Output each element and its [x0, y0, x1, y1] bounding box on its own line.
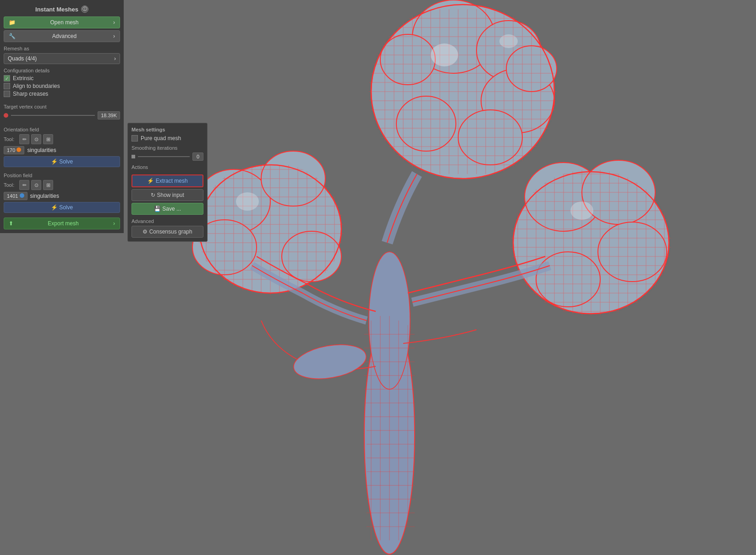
extract-mesh-button[interactable]: ⚡ Extract mesh	[131, 174, 203, 187]
open-mesh-chevron: ›	[113, 19, 115, 26]
position-solve-button[interactable]: ⚡ Solve	[4, 202, 120, 213]
save-button[interactable]: 💾 Save ...	[131, 203, 203, 215]
position-singularities-row: 1401 singularities	[4, 192, 120, 200]
smooth-slider-dot	[131, 155, 135, 158]
target-vertex-value[interactable]: 18.39K	[98, 111, 120, 120]
remesh-as-dropdown[interactable]: Quads (4/4) ›	[4, 53, 120, 64]
show-input-label: ↻ Show input	[151, 192, 184, 198]
align-boundaries-row[interactable]: Align to boundaries	[4, 83, 120, 89]
orient-extra-tool[interactable]: ⊞	[43, 134, 53, 144]
extrinsic-checkbox[interactable]: ✓	[4, 75, 10, 82]
save-label: 💾 Save ...	[154, 206, 181, 212]
config-section: Configuration details ✓ Extrinsic Align …	[4, 68, 120, 98]
position-section: Position field Tool: ✏ ⊙ ⊞ 1401 singular…	[4, 171, 120, 213]
consensus-graph-button[interactable]: ⚙ Consensus graph	[131, 226, 203, 238]
orient-select-tool[interactable]: ⊙	[31, 134, 41, 144]
extrinsic-label: Extrinsic	[13, 75, 33, 82]
orient-brush-tool[interactable]: ✏	[19, 134, 29, 144]
advanced-chevron: ›	[113, 33, 115, 39]
config-title: Configuration details	[4, 68, 120, 73]
position-tool-label: Tool:	[4, 182, 17, 188]
extrinsic-row[interactable]: ✓ Extrinsic	[4, 75, 120, 82]
orientation-tool-row: Tool: ✏ ⊙ ⊞	[4, 134, 120, 144]
align-boundaries-checkbox[interactable]	[4, 83, 10, 89]
pos-brush-tool[interactable]: ✏	[19, 180, 29, 190]
align-boundaries-label: Align to boundaries	[13, 83, 60, 89]
export-mesh-button[interactable]: ⬆ Export mesh ›	[4, 218, 120, 229]
consensus-graph-label: ⚙ Consensus graph	[142, 229, 192, 235]
mesh-visualization	[60, 0, 756, 555]
open-mesh-label: Open mesh	[50, 19, 78, 26]
orientation-sing-label: singularities	[27, 147, 56, 153]
pos-select-tool[interactable]: ⊙	[31, 180, 41, 190]
panel-header: Instant Meshes ⓘ	[4, 4, 120, 15]
smooth-value[interactable]: 0	[192, 152, 203, 161]
pure-quad-checkbox[interactable]	[131, 135, 138, 141]
orange-dot	[16, 147, 21, 152]
export-icon: ⬆	[9, 220, 13, 227]
svg-point-30	[396, 96, 456, 151]
position-tool-row: Tool: ✏ ⊙ ⊞	[4, 180, 120, 190]
advanced-button[interactable]: 🔧 Advanced ›	[4, 30, 120, 42]
target-vertex-label: Target vertex count	[4, 104, 120, 109]
pos-extra-tool[interactable]: ⊞	[43, 180, 53, 190]
position-sing-label: singularities	[30, 193, 59, 199]
svg-point-73	[282, 231, 341, 282]
open-mesh-icon: 📁	[9, 19, 16, 26]
sharp-creases-label: Sharp creases	[13, 91, 48, 97]
smoothing-row: 0	[131, 152, 203, 161]
position-sing-value[interactable]: 1401	[4, 192, 27, 200]
advanced-icon: 🔧	[9, 33, 16, 39]
target-vertex-section: Target vertex count 18.39K	[4, 102, 120, 121]
svg-point-107	[598, 222, 667, 282]
orientation-section: Orientation field Tool: ✏ ⊙ ⊞ 170 singul…	[4, 125, 120, 167]
target-vertex-slider-row: 18.39K	[4, 111, 120, 120]
remesh-as-value: Quads (4/4)	[8, 55, 37, 62]
blue-dot	[20, 193, 24, 198]
smoothing-label: Smoothing iterations	[131, 145, 203, 151]
advanced-label: Advanced	[52, 33, 77, 39]
remesh-as-label: Remesh as	[4, 46, 120, 51]
position-field-label: Position field	[4, 173, 120, 178]
left-panel: Instant Meshes ⓘ 📁 Open mesh › 🔧 Advance…	[0, 0, 124, 233]
slider-dot-red	[4, 113, 8, 118]
info-button[interactable]: ⓘ	[81, 5, 88, 13]
pure-quad-row[interactable]: Pure quad mesh	[131, 135, 203, 141]
orientation-solve-button[interactable]: ⚡ Solve	[4, 156, 120, 167]
export-chevron: ›	[113, 220, 115, 227]
orientation-sing-value[interactable]: 170	[4, 146, 24, 154]
advanced-section-title: Advanced	[131, 218, 203, 224]
sharp-creases-row[interactable]: Sharp creases	[4, 91, 120, 97]
panel-title: Instant Meshes	[35, 6, 78, 13]
orientation-singularities-row: 170 singularities	[4, 146, 120, 154]
smooth-slider-track[interactable]	[138, 156, 190, 157]
remesh-as-chevron: ›	[114, 55, 116, 62]
svg-point-147	[570, 201, 593, 220]
mesh-settings-panel: Mesh settings Pure quad mesh Smoothing i…	[127, 123, 208, 242]
orientation-tool-label: Tool:	[4, 136, 17, 142]
export-label: Export mesh	[48, 220, 78, 227]
orientation-field-label: Orientation field	[4, 127, 120, 132]
svg-point-108	[536, 252, 600, 307]
actions-label: Actions	[131, 164, 203, 170]
viewport: Instant Meshes ⓘ 📁 Open mesh › 🔧 Advance…	[0, 0, 756, 555]
open-mesh-button[interactable]: 📁 Open mesh ›	[4, 16, 120, 28]
svg-point-144	[431, 44, 458, 66]
svg-point-27	[380, 34, 435, 85]
slider-track[interactable]	[11, 115, 95, 116]
show-input-button[interactable]: ↻ Show input	[131, 189, 203, 201]
pure-quad-label: Pure quad mesh	[141, 135, 181, 141]
svg-point-146	[236, 192, 259, 211]
extract-mesh-label: ⚡ Extract mesh	[147, 178, 187, 184]
svg-point-145	[499, 34, 518, 48]
sharp-creases-checkbox[interactable]	[4, 91, 10, 97]
mesh-settings-title: Mesh settings	[131, 127, 203, 132]
